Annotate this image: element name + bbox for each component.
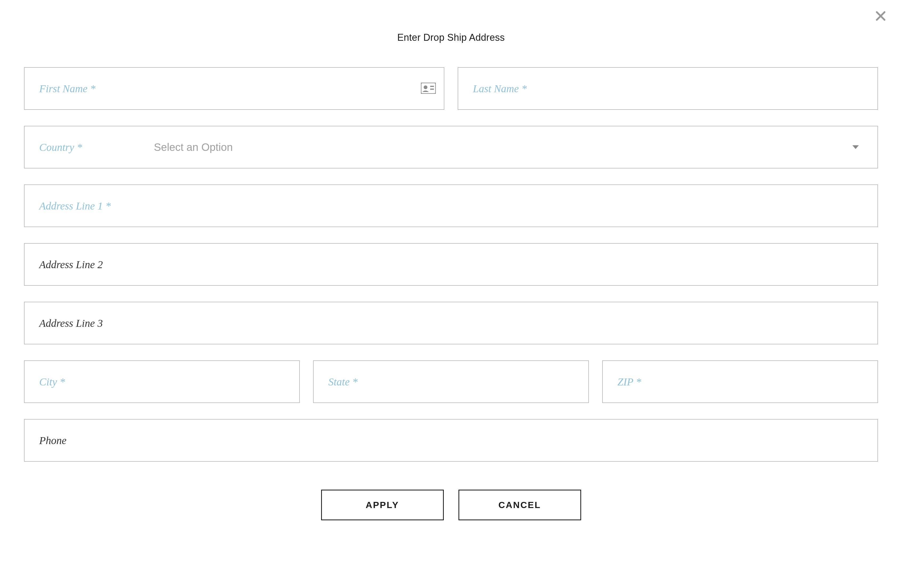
address-line-3-field[interactable]: Address Line 3: [24, 302, 878, 344]
address-line-2-field[interactable]: Address Line 2: [24, 243, 878, 286]
last-name-field[interactable]: Last Name *: [458, 67, 878, 110]
address-form: First Name * Last Name *: [24, 67, 878, 520]
state-label: State *: [328, 375, 358, 388]
phone-field[interactable]: Phone: [24, 419, 878, 462]
address-line-3-label: Address Line 3: [39, 317, 103, 330]
zip-label: ZIP *: [617, 375, 641, 388]
country-select[interactable]: Country * Select an Option: [24, 126, 878, 169]
drop-ship-address-modal: Enter Drop Ship Address First Name * Las…: [0, 0, 902, 588]
svg-rect-2: [421, 83, 436, 94]
close-icon: [874, 9, 887, 23]
address-line-2-label: Address Line 2: [39, 258, 103, 271]
last-name-label: Last Name *: [473, 82, 527, 95]
phone-label: Phone: [39, 434, 66, 447]
zip-field[interactable]: ZIP *: [602, 360, 878, 403]
country-placeholder: Select an Option: [154, 141, 863, 153]
state-field[interactable]: State *: [313, 360, 589, 403]
address-line-1-field[interactable]: Address Line 1 *: [24, 185, 878, 227]
address-line-1-label: Address Line 1 *: [39, 200, 111, 212]
cancel-button[interactable]: CANCEL: [459, 489, 581, 520]
city-field[interactable]: City *: [24, 360, 300, 403]
apply-button[interactable]: APPLY: [321, 489, 444, 520]
modal-title: Enter Drop Ship Address: [24, 32, 878, 43]
close-button[interactable]: [873, 8, 889, 24]
chevron-down-icon: [852, 145, 859, 149]
first-name-field[interactable]: First Name *: [24, 67, 444, 110]
button-row: APPLY CANCEL: [24, 489, 878, 520]
first-name-label: First Name *: [39, 82, 96, 95]
country-label: Country *: [39, 141, 154, 153]
city-label: City *: [39, 375, 65, 388]
contact-card-icon: [421, 83, 436, 94]
svg-point-3: [424, 86, 428, 89]
